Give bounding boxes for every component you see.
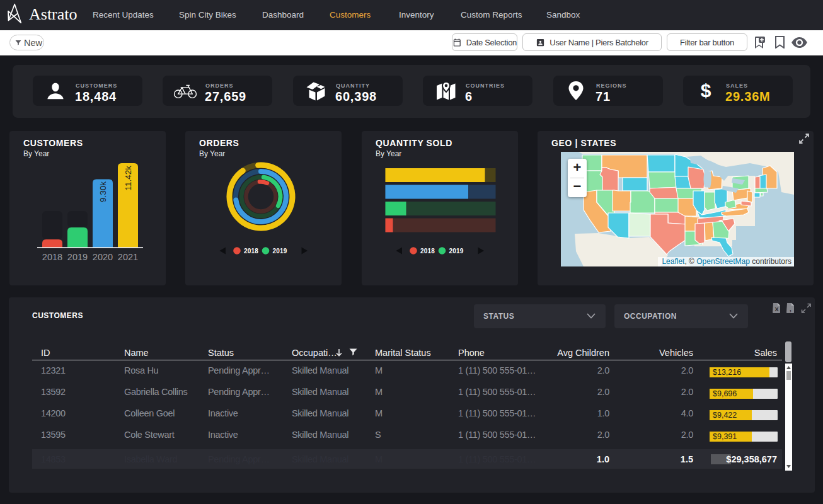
svg-text:2019: 2019 xyxy=(449,248,464,255)
svg-text:2020: 2020 xyxy=(93,252,113,262)
svg-text:2018: 2018 xyxy=(42,252,62,262)
svg-text:2018: 2018 xyxy=(420,248,435,255)
svg-text:,: , xyxy=(790,306,791,312)
svg-text:2021: 2021 xyxy=(118,252,138,262)
svg-text:11.42k: 11.42k xyxy=(124,166,133,191)
svg-text:$: $ xyxy=(701,80,711,101)
svg-text:2019: 2019 xyxy=(273,248,287,255)
svg-text:X: X xyxy=(774,306,778,312)
svg-text:2019: 2019 xyxy=(67,252,88,262)
svg-text:2018: 2018 xyxy=(244,248,258,255)
svg-text:9.30k: 9.30k xyxy=(98,181,108,202)
